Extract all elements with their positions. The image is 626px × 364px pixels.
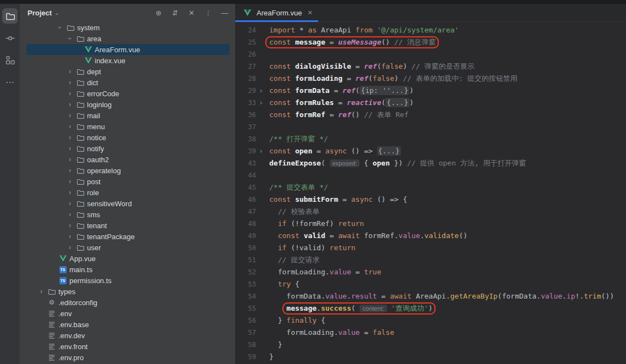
tree-item-operatelog[interactable]: ›operatelog — [20, 165, 235, 176]
tree-item-dot-env-base[interactable]: .env.base — [20, 319, 235, 330]
chevron-right-icon[interactable]: › — [65, 222, 75, 229]
chevron-right-icon[interactable]: › — [65, 178, 75, 185]
line-number[interactable]: 38 — [235, 133, 256, 145]
tree-item-dept[interactable]: ›dept — [20, 66, 235, 77]
line-number[interactable]: 39 — [235, 145, 256, 157]
folded-code[interactable]: {...} — [377, 146, 401, 156]
tree-item-main-ts[interactable]: TSmain.ts — [20, 264, 235, 275]
code-line-54[interactable]: 54 formData.value.result = await AreaApi… — [235, 290, 626, 302]
fold-chevron-icon[interactable]: › — [256, 85, 266, 97]
line-number[interactable]: 33 — [235, 97, 256, 109]
line-number[interactable]: 24 — [235, 24, 256, 36]
tool-window-button-commit[interactable] — [2, 30, 18, 46]
line-number[interactable]: 46 — [235, 194, 256, 206]
code-line-28[interactable]: 28const formLoading = ref(false) // 表单的加… — [235, 73, 626, 85]
chevron-down-icon[interactable]: › — [56, 23, 64, 32]
line-number[interactable]: 58 — [235, 339, 256, 351]
tree-item-role[interactable]: ›role — [20, 187, 235, 198]
panel-toolbar-collapse-all-icon[interactable]: ✕ — [186, 7, 198, 19]
tree-item-notice[interactable]: ›notice — [20, 132, 235, 143]
code-line-51[interactable]: 51 // 提交请求 — [235, 254, 626, 266]
line-number[interactable]: 28 — [235, 73, 256, 85]
tree-item-area[interactable]: ›area — [20, 33, 235, 44]
chevron-right-icon[interactable]: › — [65, 123, 75, 130]
tool-window-button-structure[interactable] — [2, 52, 18, 68]
code-line-27[interactable]: 27const dialogVisible = ref(false) // 弹窗… — [235, 60, 626, 73]
line-number[interactable]: 37 — [235, 121, 256, 133]
code-line-48[interactable]: 48 if (!formRef) return — [235, 218, 626, 230]
chevron-right-icon[interactable]: › — [65, 233, 75, 240]
panel-toolbar-expand-icon[interactable]: ⇵ — [169, 7, 181, 19]
code-area[interactable]: 24import * as AreaApi from '@/api/system… — [235, 22, 626, 364]
chevron-right-icon[interactable]: › — [65, 68, 75, 75]
chevron-right-icon[interactable]: › — [65, 79, 75, 86]
chevron-right-icon[interactable]: › — [65, 101, 75, 108]
tree-item-loginlog[interactable]: ›loginlog — [20, 99, 235, 110]
tool-window-button-project[interactable] — [2, 8, 18, 24]
line-number[interactable]: 55 — [235, 302, 256, 315]
fold-chevron-icon[interactable]: › — [256, 97, 266, 109]
line-number[interactable]: 59 — [235, 351, 256, 363]
chevron-down-icon[interactable]: › — [66, 34, 74, 43]
line-number[interactable]: 43 — [235, 157, 256, 169]
tool-window-button-more-tool-windows[interactable]: ⋯ — [2, 74, 18, 90]
line-number[interactable]: 36 — [235, 109, 256, 121]
tree-item-dot-editorconfig[interactable]: ⚙.editorconfig — [20, 297, 235, 308]
chevron-right-icon[interactable]: › — [36, 288, 46, 295]
code-line-50[interactable]: 50 if (!valid) return — [235, 242, 626, 254]
fold-chevron-icon[interactable]: › — [256, 145, 266, 157]
code-line-46[interactable]: 46const submitForm = async () => { — [235, 194, 626, 206]
tree-item-notify[interactable]: ›notify — [20, 143, 235, 154]
code-line-56[interactable]: 56 } finally { — [235, 315, 626, 327]
line-number[interactable]: 54 — [235, 290, 256, 302]
line-number[interactable]: 47 — [235, 206, 256, 218]
line-number[interactable]: 44 — [235, 169, 256, 181]
tree-item-tenantpackage[interactable]: ›tenantPackage — [20, 231, 235, 242]
tree-item-menu[interactable]: ›menu — [20, 121, 235, 132]
line-number[interactable]: 49 — [235, 230, 256, 242]
code-line-39[interactable]: 39›const open = async () => {...} — [235, 145, 626, 157]
tree-item-tenant[interactable]: ›tenant — [20, 220, 235, 231]
line-number[interactable]: 50 — [235, 242, 256, 254]
chevron-right-icon[interactable]: › — [65, 189, 75, 196]
line-number[interactable]: 51 — [235, 254, 256, 266]
line-number[interactable]: 27 — [235, 60, 256, 73]
code-line-36[interactable]: 36const formRef = ref() // 表单 Ref — [235, 109, 626, 121]
code-line-57[interactable]: 57 formLoading.value = false — [235, 327, 626, 339]
tree-item-dot-env-dev[interactable]: .env.dev — [20, 330, 235, 341]
code-line-52[interactable]: 52 formLoading.value = true — [235, 266, 626, 278]
tree-item-sms[interactable]: ›sms — [20, 209, 235, 220]
tree-item-types[interactable]: ›types — [20, 286, 235, 297]
tree-item-permission-ts[interactable]: TSpermission.ts — [20, 275, 235, 286]
tree-item-errorcode[interactable]: ›errorCode — [20, 88, 235, 99]
code-line-44[interactable]: 44 — [235, 169, 626, 181]
tree-item-areaform-vue[interactable]: AreaForm.vue — [20, 44, 235, 55]
chevron-right-icon[interactable]: › — [65, 211, 75, 218]
panel-toolbar-hide-panel-icon[interactable]: — — [219, 7, 231, 19]
tree-item-sensitiveword[interactable]: ›sensitiveWord — [20, 198, 235, 209]
tree-item-post[interactable]: ›post — [20, 176, 235, 187]
tab-areaform-vue[interactable]: AreaForm.vue ✕ — [235, 4, 318, 21]
tree-item-index-vue[interactable]: index.vue — [20, 55, 235, 66]
tree-item-dict[interactable]: ›dict — [20, 77, 235, 88]
tree-item-app-vue[interactable]: App.vue — [20, 253, 235, 264]
line-number[interactable]: 57 — [235, 327, 256, 339]
line-number[interactable]: 29 — [235, 85, 256, 97]
panel-toolbar-options-menu-icon[interactable]: ⋮ — [202, 7, 214, 19]
tree-item-mail[interactable]: ›mail — [20, 110, 235, 121]
line-number[interactable]: 52 — [235, 266, 256, 278]
project-panel-title[interactable]: Project — [28, 9, 52, 17]
folded-code[interactable]: {ip: ''...} — [360, 86, 409, 95]
code-line-38[interactable]: 38/** 打开弹窗 */ — [235, 133, 626, 145]
line-number[interactable]: 48 — [235, 218, 256, 230]
tree-item-dot-env[interactable]: .env — [20, 308, 235, 319]
code-line-47[interactable]: 47 // 校验表单 — [235, 206, 626, 218]
tree-item-system[interactable]: ›system — [20, 22, 235, 33]
code-line-29[interactable]: 29›const formData = ref({ip: ''...}) — [235, 85, 626, 97]
code-line-37[interactable]: 37 — [235, 121, 626, 133]
code-line-58[interactable]: 58 } — [235, 339, 626, 351]
chevron-right-icon[interactable]: › — [65, 90, 75, 97]
chevron-right-icon[interactable]: › — [65, 167, 75, 174]
code-line-43[interactable]: 43defineExpose( exposed: { open }) // 提供… — [235, 157, 626, 169]
code-line-53[interactable]: 53 try { — [235, 278, 626, 290]
